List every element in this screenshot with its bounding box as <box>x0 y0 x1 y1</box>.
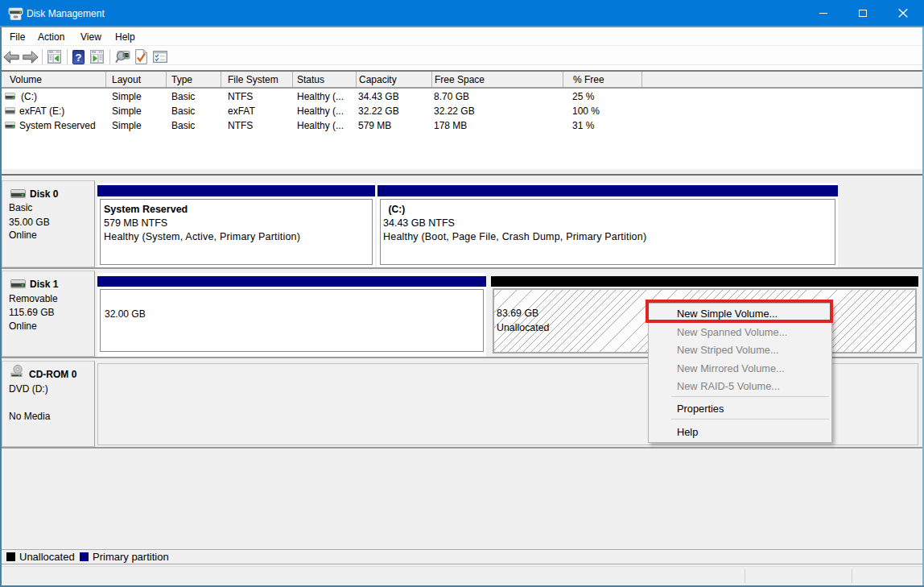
svg-text:?: ? <box>76 52 82 64</box>
